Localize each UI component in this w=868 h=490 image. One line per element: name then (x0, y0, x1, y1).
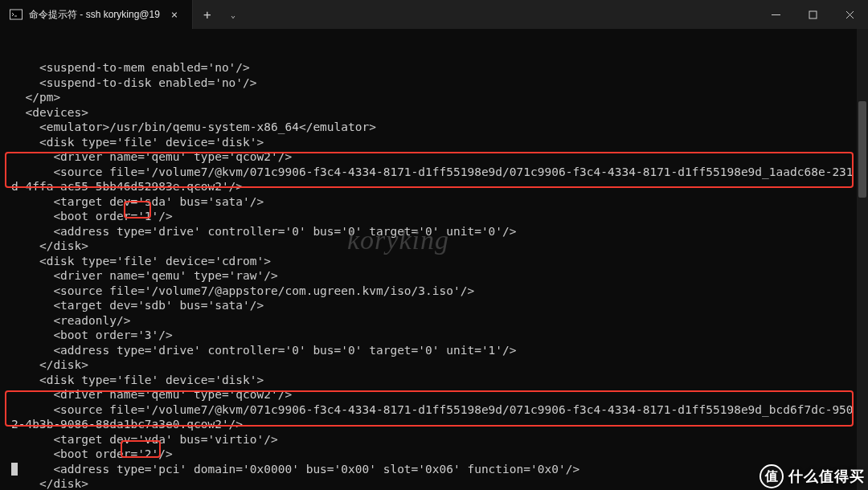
terminal-line: <disk type='file' device='disk'> (0, 373, 868, 388)
maximize-button[interactable] (794, 0, 831, 29)
close-tab-button[interactable]: × (166, 6, 182, 22)
terminal-line: </disk> (0, 239, 868, 254)
brand-badge-icon: 值 (760, 464, 784, 488)
terminal-line: <readonly/> (0, 313, 868, 329)
terminal-line: <target dev='sda' bus='sata'/> (0, 194, 868, 210)
terminal-line: <emulator>/usr/bin/qemu-system-x86_64</e… (0, 120, 868, 135)
terminal-line: <boot order='3'/> (0, 328, 868, 343)
terminal-cursor (11, 463, 18, 476)
minimize-button[interactable] (757, 0, 794, 29)
titlebar-drag-area[interactable] (244, 0, 757, 29)
brand-text: 什么值得买 (788, 469, 865, 484)
terminal-line: </pm> (0, 90, 868, 105)
terminal-line: <boot order='2'/> (0, 447, 868, 462)
terminal-line: <driver name='qemu' type='qcow2'/> (0, 387, 868, 402)
terminal-line: <target dev='sdb' bus='sata'/> (0, 298, 868, 313)
titlebar: 命令提示符 - ssh koryking@19 × + ⌄ (0, 0, 868, 29)
terminal-line: <source file='/volume7/@kvm/071c9906-f3c… (0, 402, 868, 418)
close-window-button[interactable] (831, 0, 868, 29)
scrollbar-thumb[interactable] (858, 101, 866, 198)
cmd-icon (10, 8, 23, 21)
terminal-output[interactable]: <suspend-to-mem enabled='no'/> <suspend-… (0, 29, 868, 490)
terminal-line: <devices> (0, 105, 868, 120)
terminal-line: <driver name='qemu' type='qcow2'/> (0, 149, 868, 165)
new-tab-button[interactable]: + (193, 0, 222, 29)
terminal-line: 2-4b3b-9086-88da1bc7a3e0.qcow2'/> (0, 417, 868, 432)
terminal-line: </disk> (0, 476, 868, 490)
terminal-line: <address type='drive' controller='0' bus… (0, 224, 868, 239)
tab-dropdown-button[interactable]: ⌄ (222, 0, 244, 29)
tab-title: 命令提示符 - ssh koryking@19 (29, 8, 160, 22)
terminal-line: <source file='/volume7/@appstore/com.ugr… (0, 284, 868, 299)
svg-rect-0 (10, 10, 23, 19)
terminal-line: <target dev='vda' bus='virtio'/> (0, 432, 868, 447)
terminal-line: <disk type='file' device='cdrom'> (0, 254, 868, 269)
terminal-line: <boot order='1'/> (0, 209, 868, 224)
terminal-line: <source file='/volume7/@kvm/071c9906-f3c… (0, 165, 868, 180)
scrollbar-track[interactable] (857, 29, 868, 490)
terminal-line: <suspend-to-mem enabled='no'/> (0, 60, 868, 76)
terminal-line: <disk type='file' device='disk'> (0, 135, 868, 150)
terminal-line: <suspend-to-disk enabled='no'/> (0, 76, 868, 91)
terminal-line: <address type='pci' domain='0x0000' bus=… (0, 462, 868, 477)
terminal-line: <driver name='qemu' type='raw'/> (0, 268, 868, 284)
tab-active[interactable]: 命令提示符 - ssh koryking@19 × (0, 0, 193, 29)
terminal-line: <address type='drive' controller='0' bus… (0, 343, 868, 358)
svg-rect-3 (809, 11, 817, 18)
terminal-line: d-4ffa-ac55-5bb46d52983e.qcow2'/> (0, 179, 868, 194)
brand-overlay: 值 什么值得买 (760, 464, 865, 488)
terminal-line: </disk> (0, 357, 868, 373)
